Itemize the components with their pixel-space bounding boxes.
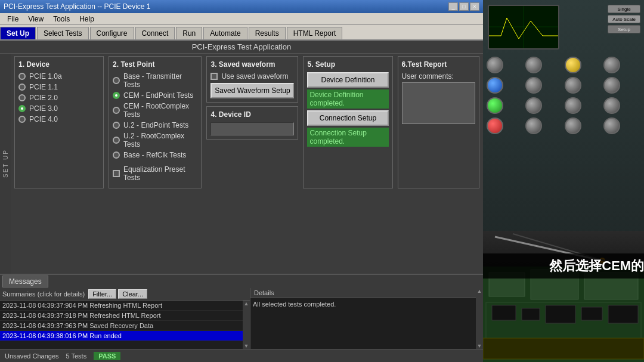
messages-tab[interactable]: Messages <box>2 276 48 287</box>
tests-count: 5 Tests <box>66 352 87 360</box>
minimize-button[interactable]: _ <box>448 2 458 11</box>
device-panel: 1. Device PCIE 1.0a PCIE 1.1 <box>14 56 104 188</box>
tp-u2-ep[interactable]: U.2 - EndPoint Tests <box>113 121 197 129</box>
knob-14[interactable] <box>525 117 542 134</box>
radio-u2-ep[interactable] <box>113 122 120 129</box>
tab-html-report[interactable]: HTML Report <box>287 27 343 39</box>
radio-u2-ep-label: U.2 - EndPoint Tests <box>123 121 188 129</box>
knob-2[interactable] <box>525 57 542 73</box>
tab-results[interactable]: Results <box>249 27 286 39</box>
osc-knobs-area <box>487 57 639 134</box>
radio-cem-ep-label: CEM - EndPoint Tests <box>123 91 193 100</box>
message-item-2[interactable]: 2023-11-08 04:39:37:963 PM Saved Recover… <box>0 321 243 331</box>
knob-11[interactable] <box>565 97 581 114</box>
radio-cem-rc[interactable] <box>113 107 120 114</box>
message-item-0[interactable]: 2023-11-08 04:39:37:904 PM Refreshing HT… <box>0 301 243 311</box>
tp-eq-preset[interactable]: Equalization Preset Tests <box>113 165 197 182</box>
message-item-1[interactable]: 2023-11-08 04:39:37:918 PM Refreshed HTM… <box>0 311 243 321</box>
device-pcie30[interactable]: PCIE 3.0 <box>18 104 100 113</box>
osc-pcb-area <box>483 267 644 362</box>
tp-base-ref[interactable]: Base - RefClk Tests <box>113 151 197 159</box>
tp-base-tx[interactable]: Base - Transmitter Tests <box>113 72 197 89</box>
menu-bar: File View Tools Help <box>0 13 483 25</box>
use-saved-waveform-label: Use saved waveform <box>221 72 288 81</box>
title-bar: PCI-Express Test Application -- PCIE Dev… <box>0 0 483 13</box>
knob-10[interactable] <box>525 97 542 114</box>
menu-help[interactable]: Help <box>75 14 99 24</box>
connection-setup-button[interactable]: Connection Setup <box>307 110 388 126</box>
device-id-input[interactable] <box>210 122 294 135</box>
knob-16[interactable] <box>603 117 620 134</box>
window-title: PCI-Express Test Application -- PCIE Dev… <box>4 2 151 11</box>
test-report-title: 6.Test Report <box>402 60 475 69</box>
menu-view[interactable]: View <box>23 14 48 24</box>
svg-rect-10 <box>492 305 516 320</box>
device-pcie40[interactable]: PCIE 4.0 <box>18 115 100 123</box>
radio-pcie40[interactable] <box>18 116 26 123</box>
knob-3-yellow[interactable] <box>565 57 581 73</box>
device-pcie1a[interactable]: PCIE 1.0a <box>18 72 100 81</box>
knob-7[interactable] <box>565 77 581 94</box>
window-controls: _ □ × <box>448 2 479 11</box>
radio-pcie1a-label: PCIE 1.0a <box>29 72 62 81</box>
radio-u2-rc[interactable] <box>113 137 120 144</box>
details-scrollbar[interactable]: ▲ ▼ <box>476 288 483 349</box>
test-report-panel: 6.Test Report User comments: <box>398 56 479 188</box>
knob-9-green[interactable] <box>487 97 503 114</box>
radio-pcie30[interactable] <box>18 105 26 112</box>
maximize-button[interactable]: □ <box>459 2 469 11</box>
knob-5-blue[interactable] <box>487 77 503 94</box>
messages-scrollbar[interactable]: ▲ ▼ <box>243 301 250 349</box>
svg-rect-11 <box>522 308 540 320</box>
connection-setup-status: Connection Setup completed. <box>307 128 388 147</box>
device-definition-button[interactable]: Device Definition <box>307 72 388 88</box>
knob-13-red[interactable] <box>487 117 503 134</box>
tab-select-tests[interactable]: Select Tests <box>37 27 88 39</box>
tab-connect[interactable]: Connect <box>135 27 175 39</box>
osc-top-buttons: Single Auto Scale Setup <box>608 5 640 33</box>
radio-cem-rc-label: CEM - RootComplex Tests <box>123 102 197 119</box>
device-pcie11[interactable]: PCIE 1.1 <box>18 83 100 91</box>
knob-6[interactable] <box>525 77 542 94</box>
svg-rect-12 <box>546 305 575 323</box>
checkbox-eq-preset[interactable] <box>113 170 120 177</box>
checkbox-use-waveform[interactable] <box>210 73 218 80</box>
knob-8[interactable] <box>603 77 620 94</box>
close-button[interactable]: × <box>470 2 479 11</box>
radio-pcie11[interactable] <box>18 83 26 91</box>
radio-base-ref[interactable] <box>113 151 120 159</box>
clear-button[interactable]: Clear... <box>118 289 147 299</box>
radio-cem-ep[interactable] <box>113 92 120 99</box>
osc-auto-scale-btn[interactable]: Auto Scale <box>608 15 640 23</box>
knob-4[interactable] <box>603 57 620 73</box>
tp-cem-ep[interactable]: CEM - EndPoint Tests <box>113 91 197 100</box>
tab-configure[interactable]: Configure <box>90 27 134 39</box>
message-item-3[interactable]: 2023-11-08 04:39:38:016 PM Run ended <box>0 331 243 341</box>
radio-pcie20[interactable] <box>18 94 26 101</box>
oscilloscope-screen <box>488 5 559 49</box>
menu-tools[interactable]: Tools <box>48 14 75 24</box>
knob-15[interactable] <box>565 117 581 134</box>
radio-base-tx[interactable] <box>113 77 120 84</box>
use-saved-waveform[interactable]: Use saved waveform <box>210 72 294 81</box>
saved-waveform-panel: 3. Saved waveform Use saved waveform Sav… <box>206 56 298 103</box>
osc-setup-btn[interactable]: Setup <box>608 25 640 33</box>
tab-automate[interactable]: Automate <box>203 27 247 39</box>
knob-12[interactable] <box>603 97 620 114</box>
device-pcie20[interactable]: PCIE 2.0 <box>18 94 100 102</box>
tp-u2-rc[interactable]: U.2 - RootComplex Tests <box>113 132 197 148</box>
saved-waveform-setup-button[interactable]: Saved Waveform Setup <box>210 83 294 98</box>
user-comments-textarea[interactable] <box>402 82 475 124</box>
tab-run[interactable]: Run <box>176 27 202 39</box>
knob-1[interactable] <box>487 57 503 73</box>
osc-single-btn[interactable]: Single <box>608 5 640 13</box>
tab-setup[interactable]: Set Up <box>0 27 36 39</box>
radio-pcie1a[interactable] <box>18 73 26 80</box>
radio-pcie11-label: PCIE 1.1 <box>29 83 58 91</box>
test-point-panel: 2. Test Point Base - Transmitter Tests C… <box>109 56 202 188</box>
filter-button[interactable]: Filter... <box>88 289 116 299</box>
subtitle: 然后选择CEM的EndPoint Tests <box>483 253 644 279</box>
menu-file[interactable]: File <box>2 14 23 24</box>
svg-rect-15 <box>483 338 644 359</box>
tp-cem-rc[interactable]: CEM - RootComplex Tests <box>113 102 197 119</box>
